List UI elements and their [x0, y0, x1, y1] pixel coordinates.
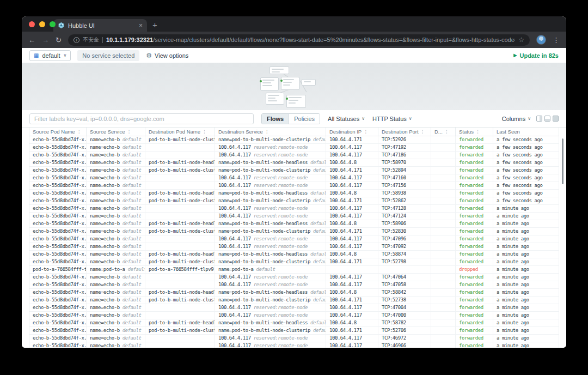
browser-tab[interactable]: Hubble UI ×	[53, 19, 147, 32]
table-row[interactable]: echo-b-55d8dbd74f-x... name=echo-bdefaul…	[29, 152, 559, 159]
service-map-card[interactable]	[260, 77, 279, 90]
table-row[interactable]: echo-b-55d8dbd74f-x... name=echo-bdefaul…	[29, 281, 559, 289]
kebab-icon[interactable]: ⋮	[475, 129, 480, 135]
pane-layout-icon-2[interactable]	[544, 116, 550, 122]
table-row[interactable]: echo-b-55d8dbd74f-x... name=echo-bdefaul…	[29, 342, 559, 348]
namespace-select[interactable]: ▦ default ∨	[29, 50, 71, 61]
table-row[interactable]: echo-b-55d8dbd74f-x... name=echo-bdefaul…	[29, 197, 559, 205]
service-map-card[interactable]	[266, 93, 284, 105]
col-header-dest-ip[interactable]: Destination IP⋮	[326, 128, 378, 136]
table-row[interactable]: echo-b-55d8dbd74f-x... name=echo-bdefaul…	[29, 258, 559, 266]
table-row[interactable]: echo-b-55d8dbd74f-x... name=echo-bdefaul…	[29, 220, 559, 228]
table-row[interactable]: echo-b-55d8dbd74f-x... name=echo-bdefaul…	[29, 335, 559, 342]
table-row[interactable]: echo-b-55d8dbd74f-x... name=echo-bdefaul…	[29, 235, 559, 243]
table-row[interactable]: echo-b-55d8dbd74f-x... name=echo-bdefaul…	[29, 144, 559, 152]
statuses-dropdown[interactable]: All Statuses ∨	[328, 116, 365, 122]
http-status-label: HTTP Status	[372, 116, 407, 122]
back-icon[interactable]: ←	[28, 36, 35, 44]
bookmark-star-icon[interactable]: ☆	[518, 36, 524, 44]
table-row[interactable]: echo-b-55d8dbd74f-x... name=echo-bdefaul…	[29, 289, 559, 297]
service-map[interactable]	[22, 63, 566, 110]
table-row[interactable]: echo-b-55d8dbd74f-x... name=echo-bdefaul…	[29, 136, 559, 144]
minimize-window-button[interactable]	[39, 21, 45, 27]
table-row[interactable]: echo-b-55d8dbd74f-x... name=echo-bdefaul…	[29, 327, 559, 335]
table-row[interactable]: echo-b-55d8dbd74f-x... name=echo-bdefaul…	[29, 319, 559, 327]
cell-dest-port: TCP:47064	[378, 274, 431, 281]
table-scrollbar[interactable]	[562, 138, 564, 184]
cell-source-pod: echo-b-55d8dbd74f-x...	[29, 174, 87, 182]
cell-source-service: name=echo-bdefault	[87, 327, 145, 334]
table-row[interactable]: echo-b-55d8dbd74f-x... name=echo-bdefaul…	[29, 213, 559, 220]
columns-label: Columns	[502, 116, 525, 122]
view-options-button[interactable]: ⚙ View options	[146, 52, 188, 59]
close-window-button[interactable]	[29, 21, 35, 27]
table-row[interactable]: echo-b-55d8dbd74f-x... name=echo-bdefaul…	[29, 274, 559, 281]
cell-d	[431, 152, 456, 159]
cell-last-seen: a few seconds ago	[493, 152, 559, 159]
table-row[interactable]: echo-b-55d8dbd74f-x... name=echo-bdefaul…	[29, 251, 559, 258]
tab-close-icon[interactable]: ×	[139, 22, 143, 29]
col-label: Source Service	[90, 129, 125, 135]
pane-layout-icon-3[interactable]	[553, 116, 559, 122]
forward-icon[interactable]: →	[42, 36, 49, 44]
cell-last-seen: a minute ago	[493, 281, 559, 288]
cell-source-service: name=echo-bdefault	[87, 319, 145, 326]
table-row[interactable]: echo-b-55d8dbd74f-x... name=echo-bdefaul…	[29, 190, 559, 197]
cell-dest-service: name=pod-to-b-multi-node-clusteripdefaul…	[215, 258, 326, 265]
table-row[interactable]: echo-b-55d8dbd74f-x... name=echo-bdefaul…	[29, 159, 559, 167]
col-header-dest-port[interactable]: Destination Port⋮	[378, 128, 431, 136]
kebab-icon[interactable]: ⋮	[265, 129, 270, 135]
table-row[interactable]: pod-to-a-766584fff-tl... name=pod-to-ade…	[29, 266, 559, 274]
table-row[interactable]: echo-b-55d8dbd74f-x... name=echo-bdefaul…	[29, 167, 559, 174]
table-row[interactable]: echo-b-55d8dbd74f-x... name=echo-bdefaul…	[29, 312, 559, 319]
service-map-card[interactable]	[270, 66, 289, 74]
cell-dest-ip: 100.64.4.171	[326, 197, 378, 204]
service-map-card[interactable]	[302, 79, 316, 86]
policies-tab[interactable]: Policies	[289, 114, 320, 124]
reload-icon[interactable]: ↻	[56, 36, 62, 44]
kebab-icon[interactable]: ⋮	[202, 129, 207, 135]
col-header-source-service[interactable]: Source Service⋮	[87, 128, 145, 136]
flows-tab[interactable]: Flows	[262, 114, 289, 124]
columns-dropdown[interactable]: Columns ∨	[502, 116, 531, 122]
cell-dest-service: 100.64.4.117reserved:remote-node	[215, 312, 326, 319]
cell-dest-pod	[145, 144, 215, 151]
cell-last-seen: a minute ago	[493, 289, 559, 296]
cell-dest-pod	[145, 274, 215, 281]
update-timer-button[interactable]: ▶ Update in 82s	[513, 52, 559, 59]
table-row[interactable]: echo-b-55d8dbd74f-x... name=echo-bdefaul…	[29, 297, 559, 304]
table-row[interactable]: echo-b-55d8dbd74f-x... name=echo-bdefaul…	[29, 243, 559, 251]
col-header-dest-pod[interactable]: Destination Pod Name⋮	[145, 128, 215, 136]
new-tab-button[interactable]: +	[152, 21, 157, 29]
kebab-icon[interactable]: ⋮	[444, 129, 449, 135]
table-row[interactable]: echo-b-55d8dbd74f-x... name=echo-bdefaul…	[29, 182, 559, 190]
cell-source-pod: echo-b-55d8dbd74f-x...	[29, 335, 87, 342]
site-info-icon[interactable]: i	[74, 37, 79, 43]
kebab-icon[interactable]: ⋮	[363, 129, 368, 135]
cell-last-seen: a minute ago	[493, 335, 559, 342]
omnibox[interactable]: i 不安全 10.1.1.179:32321/service-map/clust…	[68, 34, 530, 46]
col-header-source-pod[interactable]: Source Pod Name⋮	[29, 128, 87, 136]
service-map-card[interactable]	[281, 77, 299, 90]
col-header-d[interactable]: D...⋮	[431, 128, 456, 136]
table-row[interactable]: echo-b-55d8dbd74f-x... name=echo-bdefaul…	[29, 228, 559, 235]
cell-dest-ip: 100.64.4.171	[326, 297, 378, 304]
kebab-icon[interactable]: ⋮	[126, 129, 131, 135]
chevron-down-icon: ∨	[409, 116, 412, 121]
filter-input[interactable]	[29, 113, 254, 124]
col-header-status[interactable]: Status⋮	[456, 128, 493, 136]
col-header-last-seen[interactable]: Last Seen⋮	[493, 128, 559, 136]
zoom-window-button[interactable]	[50, 21, 56, 27]
table-row[interactable]: echo-b-55d8dbd74f-x... name=echo-bdefaul…	[29, 304, 559, 312]
table-row[interactable]: echo-b-55d8dbd74f-x... name=echo-bdefaul…	[29, 174, 559, 182]
col-header-dest-service[interactable]: Destination Service⋮	[215, 128, 326, 136]
table-row[interactable]: echo-b-55d8dbd74f-x... name=echo-bdefaul…	[29, 205, 559, 213]
kebab-icon[interactable]: ⋮	[77, 129, 82, 135]
kebab-icon[interactable]: ⋮	[420, 129, 425, 135]
pane-layout-icon-1[interactable]	[536, 116, 542, 122]
http-status-dropdown[interactable]: HTTP Status ∨	[372, 116, 412, 122]
browser-menu-icon[interactable]: ⋮	[553, 36, 560, 44]
profile-avatar-icon[interactable]	[536, 35, 546, 45]
service-map-card[interactable]	[286, 95, 306, 108]
cell-dest-service: 100.64.4.117reserved:remote-node	[215, 235, 326, 243]
